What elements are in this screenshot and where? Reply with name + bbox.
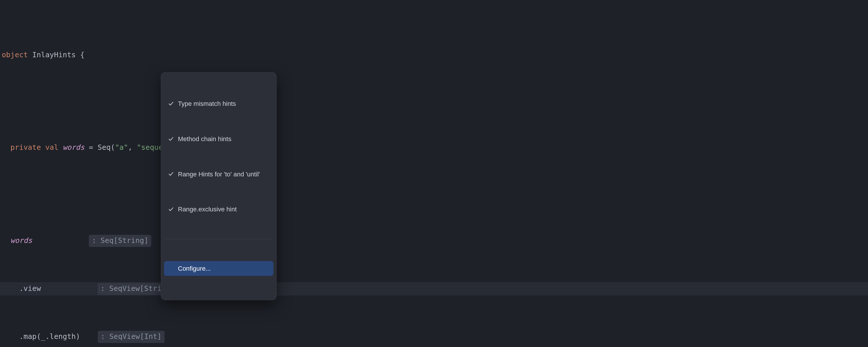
keyword-object: object: [2, 51, 28, 59]
keyword-val: val: [45, 143, 58, 152]
fn-seq: Seq: [97, 143, 111, 152]
code-editor[interactable]: object InlayHints { private val words = …: [0, 0, 868, 347]
menu-item-method-chain-hints[interactable]: Method chain hints: [164, 132, 273, 146]
menu-item-type-mismatch-hints[interactable]: Type mismatch hints: [164, 96, 273, 111]
inlay-hint[interactable]: : Seq[String]: [89, 235, 151, 247]
method-call: .view: [19, 284, 41, 293]
string-literal: "a": [115, 143, 128, 152]
check-icon: [168, 136, 174, 142]
assign: =: [85, 143, 97, 152]
menu-item-configure[interactable]: Configure...: [164, 261, 273, 276]
class-name: InlayHints: [32, 51, 76, 59]
menu-item-label: Range.exclusive hint: [178, 204, 269, 214]
check-icon: [168, 171, 174, 177]
menu-item-range-hints[interactable]: Range Hints for 'to' and 'until': [164, 167, 273, 182]
check-icon: [168, 207, 174, 212]
menu-item-label: Range Hints for 'to' and 'until': [178, 169, 269, 179]
comma: ,: [128, 143, 137, 152]
method-call: .map(_.length): [19, 332, 80, 341]
context-menu: Type mismatch hints Method chain hints R…: [161, 72, 277, 300]
code-line[interactable]: .map(_.length): SeqView[Int]: [0, 330, 868, 344]
inlay-hint[interactable]: : SeqView[Int]: [98, 331, 165, 343]
code-line-highlighted[interactable]: .view: SeqView[String]: [0, 282, 868, 295]
menu-separator: [165, 239, 272, 239]
check-icon: [168, 101, 174, 106]
variable-words: words: [63, 143, 85, 152]
code-line-blank[interactable]: [0, 95, 868, 107]
code-line[interactable]: words: Seq[String]: [0, 234, 868, 248]
menu-item-label: Method chain hints: [178, 134, 269, 144]
code-line-blank[interactable]: [0, 188, 868, 199]
code-line[interactable]: private val words = Seq("a", "sequence",…: [0, 142, 868, 153]
lparen: (: [111, 143, 115, 152]
code-line[interactable]: object InlayHints {: [0, 49, 868, 61]
keyword-private: private: [10, 143, 41, 152]
variable-ref-words: words: [10, 236, 32, 245]
menu-item-label: Type mismatch hints: [178, 99, 269, 109]
brace-open: {: [80, 51, 85, 59]
menu-item-range-exclusive-hint[interactable]: Range.exclusive hint: [164, 202, 273, 217]
menu-item-label: Configure...: [178, 263, 269, 274]
